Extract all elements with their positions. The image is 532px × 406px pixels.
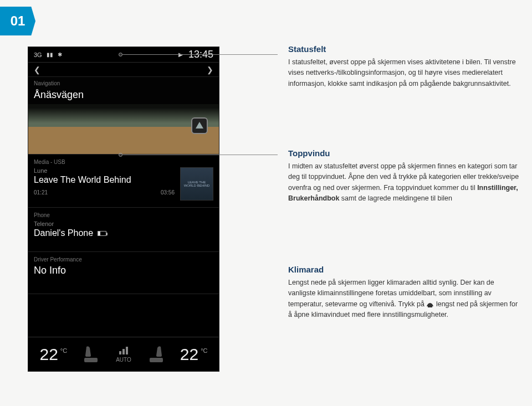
temp-left-unit: °C [60,347,67,354]
temp-left[interactable]: 22 °C [39,345,67,364]
temp-right[interactable]: 22 °C [180,345,208,364]
section-title: Toppvindu [288,148,521,158]
section-body: I midten av statusfeltet øverst oppe på … [288,161,521,204]
temp-right-unit: °C [201,347,207,354]
seat-right-icon[interactable] [147,346,164,363]
chevron-right-icon[interactable]: ❯ [207,65,213,74]
nav-label: Navigation [34,80,60,86]
section-statusfelt: Statusfelt I statusfeltet, øverst oppe p… [288,44,521,89]
section-klimarad: Klimarad Lengst nede på skjermen ligger … [288,265,521,321]
media-total: 03:56 [161,189,175,196]
phone-device-name: Daniel's Phone [34,228,93,238]
climate-auto[interactable]: AUTO [116,346,131,363]
chevron-left-icon[interactable]: ❮ [34,65,40,74]
callout-line [122,54,278,55]
fan-bars-icon [116,346,131,354]
bluetooth-icon: ✱ [58,52,62,58]
media-track: Leave The World Behind [34,175,175,185]
temp-right-value: 22 [180,345,198,364]
tile-driver-performance[interactable]: Driver Performance No Info [28,252,219,294]
pager-row[interactable]: ❮ ❯ [28,63,219,77]
callout-dot [119,153,122,157]
media-artist: Lune [34,167,175,174]
callout-line [122,155,278,155]
car-position-icon [191,117,208,134]
seat-left-icon[interactable] [83,346,100,363]
perf-value: No Info [34,265,213,276]
perf-label: Driver Performance [34,256,213,263]
media-label: Media - USB [34,159,213,165]
climate-bar[interactable]: 22 °C AUTO 22 °C [28,337,219,371]
phone-label: Phone [34,212,213,218]
auto-label: AUTO [116,357,131,363]
nav-street: Ånäsvägen [34,89,84,101]
section-title: Statusfelt [288,44,521,54]
temp-left-value: 22 [39,345,58,364]
signal-icon: ▮▮ [47,52,53,58]
tile-phone[interactable]: Phone Telenor Daniel's Phone [28,208,219,252]
battery-icon [98,231,106,236]
tile-navigation[interactable]: Navigation Ånäsvägen [28,77,219,155]
climate-inline-icon [426,301,434,307]
phone-operator: Telenor [34,220,213,227]
album-cover: LEAVE THE WORLD BEHIND [180,167,213,201]
status-bar[interactable]: 3G ▮▮ ✱ ▶ 13:45 [28,47,219,63]
page-number-badge: 01 [0,7,35,35]
tile-media[interactable]: Media - USB Lune Leave The World Behind … [28,155,219,208]
section-title: Klimarad [288,265,521,274]
section-body: I statusfeltet, øverst oppe på skjermen … [288,57,521,89]
section-body: Lengst nede på skjermen ligger klimarade… [288,277,521,321]
callout-dot [119,53,122,56]
center-display-mockup: 3G ▮▮ ✱ ▶ 13:45 ❮ ❯ Navigation Ånäsvägen… [28,47,219,372]
network-label: 3G [34,52,42,58]
media-elapsed: 01:21 [34,189,48,196]
section-toppvindu: Toppvindu I midten av statusfeltet øvers… [288,148,521,204]
